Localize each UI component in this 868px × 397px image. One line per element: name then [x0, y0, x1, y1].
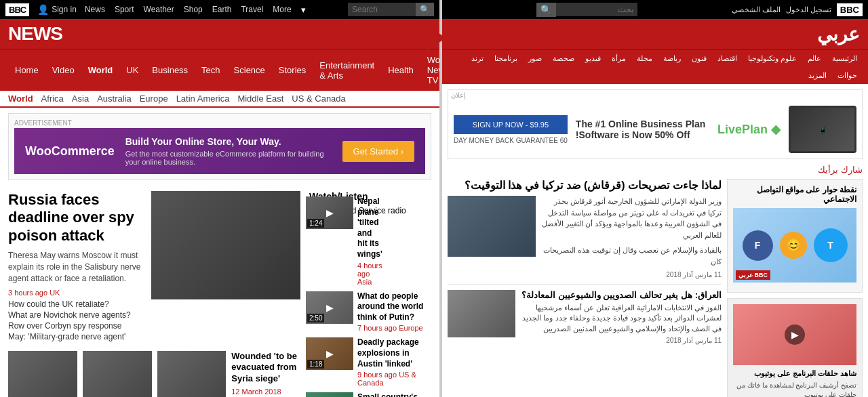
share-link[interactable]: شارك برأيك	[818, 165, 863, 175]
video-duration-2: 1:18	[307, 360, 324, 369]
main-story-headline[interactable]: Russia faces deadline over spy poison at…	[8, 191, 143, 245]
liveplan-logo: ◆ LivePlan	[717, 122, 781, 137]
arabic-main-article: لماذا جاءت تصريحات (قرقاش) ضد تركيا في ه…	[448, 179, 722, 278]
arrow-divider	[427, 26, 446, 50]
nav-science[interactable]: Science	[227, 60, 272, 81]
top-nav-news[interactable]: News	[85, 5, 105, 15]
ad-subtext: Get the most customizable eCommerce plat…	[125, 150, 324, 166]
video-title-3[interactable]: Small country's big obesity problem	[357, 392, 431, 397]
video-meta-2: 9 hours ago US & Canada	[357, 371, 431, 387]
ad-inner: WooCommerce Build Your Online Store, You…	[14, 128, 425, 174]
arabic-nav-11[interactable]: برنامجنا	[489, 50, 523, 67]
arabic-profile-link[interactable]: تسجيل الدخول	[786, 5, 831, 14]
story-wounded: Wounded 'to be evacuated from Syria sieg…	[231, 351, 300, 397]
arabic-youtube-image: ▶	[733, 304, 856, 365]
search-area: 🔍	[348, 3, 434, 16]
sub-nav-middle-east[interactable]: Middle East	[237, 93, 283, 104]
arabic-nav-8[interactable]: فيديو	[580, 50, 606, 67]
top-nav-more[interactable]: More	[273, 5, 291, 15]
arabic-search-button[interactable]: 🔍	[536, 3, 556, 17]
arabic-nav-14[interactable]: المزيد	[803, 67, 832, 84]
arabic-nav-12[interactable]: ترند	[466, 50, 489, 67]
sub-link-3[interactable]: May: 'Military-grade nerve agent'	[8, 332, 143, 341]
nav-home[interactable]: Home	[8, 60, 45, 81]
video-info-1: What do people around the world think of…	[357, 291, 431, 333]
top-nav-earth[interactable]: Earth	[212, 5, 232, 15]
sub-link-1[interactable]: What are Novichok nerve agents?	[8, 310, 143, 320]
nav-health[interactable]: Health	[381, 60, 420, 81]
nav-tv[interactable]: World News TV	[420, 49, 439, 91]
tablet-image: 📱	[789, 106, 856, 153]
nav-entertainment[interactable]: Entertainment & Arts	[313, 55, 381, 86]
top-nav: BBC 👤 Sign in News Sport Weather Shop Ea…	[0, 0, 439, 19]
nav-world[interactable]: World	[81, 60, 120, 81]
search-button[interactable]: 🔍	[416, 3, 434, 16]
arabic-title: عربي	[817, 24, 860, 45]
arabic-main-body2: بالقيادة والإسلام عن تعصب وقال إن توقيت …	[541, 245, 722, 267]
arabic-nav-9[interactable]: صحصة	[547, 50, 580, 67]
arabic-nav-13[interactable]: حواات	[832, 67, 863, 84]
arabic-social-image: T 😊 F BBC عربي	[733, 208, 856, 283]
video-info-3: Small country's big obesity problem 7 ho…	[357, 392, 431, 397]
arabic-nav-6[interactable]: مجلة	[631, 50, 658, 67]
video-thumb-3[interactable]: ▶ 2:01	[306, 392, 353, 397]
signin-link[interactable]: 👤 Sign in	[37, 4, 77, 15]
nav-uk[interactable]: UK	[119, 60, 145, 81]
sub-link-0[interactable]: How could the UK retaliate?	[8, 299, 143, 309]
sub-nav-latin-america[interactable]: Latin America	[176, 93, 230, 104]
ad-text: Build Your Online Store, Your Way. Get t…	[125, 136, 332, 166]
arabic-youtube-title[interactable]: شاهد حلقات البرنامج على يوتيوب	[733, 369, 856, 378]
arabic-nav-4[interactable]: فنون	[686, 50, 712, 67]
arabic-search-input[interactable]	[556, 3, 637, 16]
nav-stories[interactable]: Stories	[272, 60, 313, 81]
arabic-nav-0[interactable]: الرئيسية	[827, 50, 863, 67]
arabic-nav-1[interactable]: عالم	[802, 50, 827, 67]
video-thumb-1[interactable]: ▶ 2:50	[306, 291, 353, 324]
nav-business[interactable]: Business	[145, 60, 195, 81]
top-nav-shop[interactable]: Shop	[184, 5, 203, 15]
video-item-2: ▶ 1:18 Deadly package explosions in Aust…	[306, 337, 431, 387]
content-area: Russia faces deadline over spy poison at…	[0, 186, 439, 397]
ad-headline: Build Your Online Store, Your Way.	[125, 136, 332, 147]
sub-nav-world[interactable]: World	[8, 93, 33, 104]
video-title-0[interactable]: Nepal plane 'tilted and hit its wings'	[357, 196, 382, 260]
sub-nav-europe[interactable]: Europe	[140, 93, 168, 104]
video-item-1: ▶ 2:50 What do people around the world t…	[306, 291, 431, 333]
arabic-nav-5[interactable]: رياضة	[658, 50, 686, 67]
sub-link-2[interactable]: Row over Corbyn spy response	[8, 321, 143, 331]
twitter-icon: T	[814, 228, 848, 262]
nav-video[interactable]: Video	[45, 60, 81, 81]
sub-nav-africa[interactable]: Africa	[41, 93, 64, 104]
arabic-nav-3[interactable]: اقتصاد	[712, 50, 743, 67]
video-thumb-0[interactable]: ▶ 1:24	[306, 196, 353, 229]
signup-guarantee: 60 DAY MONEY BACK GUARANTEE	[454, 137, 568, 144]
bbc-logo: BBC	[5, 3, 29, 16]
arabic-nav-7[interactable]: مرأة	[606, 50, 631, 67]
arabic-main-headline[interactable]: لماذا جاءت تصريحات (قرقاش) ضد تركيا في ه…	[448, 179, 722, 192]
ad-cta-button[interactable]: Get Started ›	[342, 141, 414, 162]
wounded-story-headline[interactable]: Wounded 'to be evacuated from Syria sieg…	[231, 351, 300, 385]
more-arrow: ▾	[301, 5, 306, 15]
top-nav-weather[interactable]: Weather	[144, 5, 174, 15]
arabic-signin-link[interactable]: الملف الشخصي	[732, 5, 781, 14]
video-thumb-2[interactable]: ▶ 1:18	[306, 337, 353, 370]
top-nav-sport[interactable]: Sport	[115, 5, 134, 15]
top-nav-travel[interactable]: Travel	[241, 5, 263, 15]
arabic-social-title: نقطة حوار على مواقع التواصل الاجتماعي	[733, 185, 856, 204]
arabic-header: عربي	[442, 19, 868, 49]
arabic-nav-2[interactable]: علوم وتكنولوجيا	[743, 50, 802, 67]
sub-nav-australia[interactable]: Australia	[97, 93, 132, 104]
signup-button[interactable]: SIGN UP NOW - $9.95	[454, 115, 568, 134]
arabic-second-headline[interactable]: العراق: هل يغير تحالف الصدويين والشيوعيي…	[521, 290, 722, 300]
top-nav-links: News Sport Weather Shop Earth Travel Mor…	[85, 5, 306, 15]
arabic-two-col: نقطة حوار على مواقع التواصل الاجتماعي T …	[448, 179, 863, 397]
search-input[interactable]	[348, 3, 416, 16]
video-title-2[interactable]: Deadly package explosions in Austin 'lin…	[357, 337, 431, 369]
nav-tech[interactable]: Tech	[195, 60, 226, 81]
sub-nav-asia[interactable]: Asia	[72, 93, 89, 104]
trump-story-image	[8, 351, 77, 397]
video-title-1[interactable]: What do people around the world think of…	[357, 291, 431, 323]
sub-nav-us-canada[interactable]: US & Canada	[292, 93, 346, 104]
arabic-nav-10[interactable]: صور	[523, 50, 547, 67]
video-meta-0: 4 hours ago Asia	[357, 262, 382, 286]
